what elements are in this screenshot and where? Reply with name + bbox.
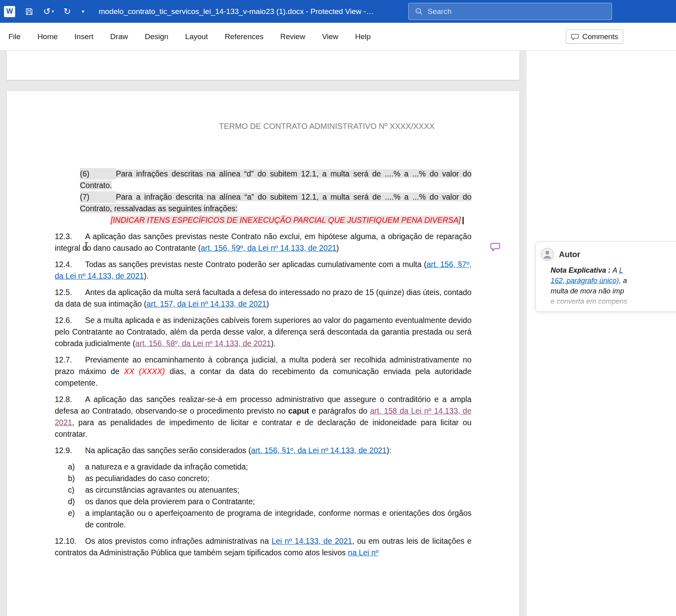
paragraph-number: 12.8. [55,394,85,405]
document-content: TERMO DE CONTRATO ADMINISTRATIVO Nº XXXX… [7,91,519,559]
comment-author: Autor [559,250,580,259]
text-run: Os atos previstos como infrações adminis… [85,537,272,545]
undo-button[interactable]: ↺ ▾ [43,7,54,16]
hyperlink[interactable]: art. 156, §1º, da Lei nº 14.133, de 2021 [251,446,387,455]
text-ibeam-cursor [84,242,89,251]
hyperlink[interactable]: art. 156, §8º, da Lei nº 14.133, de 2021 [135,339,271,348]
text-run: a implantação ou o aperfeiçoamento de pr… [85,509,471,529]
comment-text-line: e converta em compens [551,296,676,307]
document-body: (6)Para infrações descritas na alínea “d… [55,168,471,559]
paragraph-list-b: b)as peculiaridades do caso concreto; [55,473,471,484]
text-run: Para a infração descrita na alínea “a” d… [80,192,471,213]
comment-text-line: Nota Explicativa : A L [551,265,676,275]
text-run: Para infrações descritas na alínea “d” d… [80,169,471,190]
hyperlink[interactable]: 162, parágrafo único), [551,277,621,285]
text-run: | [462,216,464,224]
comments-button[interactable]: Comments [566,30,623,44]
paragraph-number: c) [68,484,85,496]
paragraph-12-5: 12.5.Antes da aplicação da multa será fa… [55,287,471,310]
search-icon [415,8,423,15]
paragraph-number: 12.3. [55,231,85,242]
redo-icon: ↻ [64,7,71,16]
text-run: ) [336,244,339,252]
paragraph-12-6: 12.6.Se a multa aplicada e as indenizaçõ… [55,315,471,349]
hyperlink[interactable]: Lei nº 14.133, de 2021 [272,537,352,545]
paragraph-number: (7) [80,191,116,203]
paragraph-list-a: a)a natureza e a gravidade da infração c… [55,461,471,473]
save-button[interactable] [25,7,34,16]
paragraph-list-d: d)os danos que dela provierem para o Con… [55,496,471,507]
paragraph-12-4: 12.4.Todas as sanções previstas neste Co… [55,259,471,282]
document-canvas: TERMO DE CONTRATO ADMINISTRATIVO Nº XXXX… [0,51,676,616]
paragraph-12-7: 12.7.Previamente ao encaminhamento à cob… [55,354,471,389]
paragraph-12-9: 12.9.Na aplicação das sanções serão cons… [55,445,471,456]
text-run: a [621,277,627,285]
tab-draw[interactable]: Draw [102,32,136,41]
text-run: as peculiaridades do caso concreto; [85,474,209,483]
text-run: a natureza e a gravidade da infração com… [85,462,248,471]
tab-home[interactable]: Home [29,32,66,41]
text-run: as circunstâncias agravantes ou atenuant… [85,485,239,494]
paragraph-number: e) [68,507,85,519]
paragraph-number: a) [68,461,85,473]
tab-insert[interactable]: Insert [66,32,102,41]
tab-references[interactable]: References [216,32,272,41]
tab-view[interactable]: View [314,32,347,41]
hyperlink[interactable]: art. 156, §9º, da Lei nº 14.133, de 2021 [201,244,336,252]
paragraph-number: 12.4. [55,259,85,270]
text-run: os danos que dela provierem para o Contr… [85,497,255,506]
document-page[interactable]: TERMO DE CONTRATO ADMINISTRATIVO Nº XXXX… [7,91,519,616]
chevron-down-icon: ▾ [82,8,84,14]
hyperlink[interactable]: art. 157, da Lei nº 14.133, de 2021 [147,299,266,308]
undo-icon: ↺ [43,7,50,16]
text-run: caput [288,406,309,415]
word-app-icon[interactable]: W [4,6,15,17]
paragraph-number: b) [68,473,85,484]
paragraph-12-3: 12.3.A aplicação das sanções previstas n… [55,231,471,254]
text-run: , para as penalidades de impedimento de … [55,418,471,438]
comment-body: Nota Explicativa : A L162, parágrafo úni… [551,265,676,307]
comments-pane [527,51,676,616]
tab-review[interactable]: Review [272,32,314,41]
comments-button-label: Comments [583,32,618,41]
paragraph-item-6: (6)Para infrações descritas na alínea “d… [55,168,471,191]
paragraph-number: d) [68,496,85,507]
text-run: A [612,266,619,274]
avatar [541,248,554,261]
titlebar: W ↺ ▾ ↻ ▾ modelo_contrato_tic_servicos_l… [0,0,676,23]
quick-access-customize-button[interactable]: ▾ [80,8,84,14]
paragraph-number: 12.10. [55,535,85,547]
paragraph-number: (6) [80,168,116,180]
comment-card[interactable]: Autor Nota Explicativa : A L162, parágra… [535,242,676,312]
comment-marker-icon[interactable] [490,242,501,254]
tab-layout[interactable]: Layout [177,32,216,41]
text-run: Nota Explicativa : [551,266,612,274]
text-run: ). [271,339,276,348]
tab-help[interactable]: Help [347,32,379,41]
paragraph-number: 12.5. [55,287,85,298]
comment-bubble-icon [571,33,579,41]
text-run: ). [144,271,149,280]
paragraph-list-c: c)as circunstâncias agravantes ou atenua… [55,484,471,496]
redo-button[interactable]: ↻ [64,7,71,16]
text-run: multa de mora não imp [551,287,624,295]
comment-header: Autor [541,248,676,261]
chevron-down-icon[interactable]: ▾ [52,9,54,14]
text-run: ): [387,446,392,455]
search-input[interactable]: Search [408,3,612,20]
paragraph-number: 12.9. [55,445,85,456]
paragraph-number: 12.7. [55,354,85,366]
paragraph-number: 12.6. [55,315,85,326]
paragraph-list-e: e)a implantação ou o aperfeiçoamento de … [55,507,471,531]
hyperlink[interactable]: na Lei nº [348,548,379,557]
paragraph-12-8: 12.8.A aplicação das sanções realizar-se… [55,394,471,440]
text-run: [INDICAR ITENS ESPECÍFICOS DE INEXECUÇÃO… [111,216,461,224]
text-run: Todas as sanções previstas neste Contrat… [85,260,427,269]
tab-design[interactable]: Design [136,32,177,41]
tab-file[interactable]: File [0,32,29,41]
hyperlink[interactable]: L [619,266,623,274]
text-run: e converta em compens [551,297,627,305]
contract-heading: TERMO DE CONTRATO ADMINISTRATIVO Nº XXXX… [55,121,471,132]
text-run: XX (XXXX) [124,367,165,376]
text-run: ) [266,299,269,308]
